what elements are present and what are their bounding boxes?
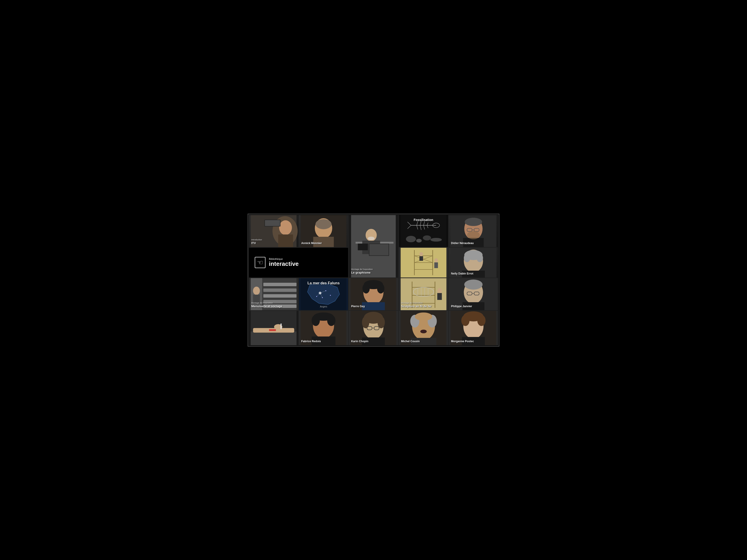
svg-point-141 bbox=[461, 315, 469, 326]
cell-bottom-left[interactable] bbox=[249, 311, 298, 345]
bibliotheque-header: ☜ Bibliothèque interactive bbox=[255, 257, 299, 268]
svg-rect-100 bbox=[437, 293, 442, 300]
svg-point-61 bbox=[476, 254, 483, 262]
mer-faluns-label: La mer des Faluns bbox=[299, 281, 348, 286]
morganne-label: Morganne Postec bbox=[451, 340, 474, 343]
angers-label: Angers bbox=[320, 305, 327, 308]
svg-point-18 bbox=[368, 237, 375, 240]
svg-rect-114 bbox=[269, 329, 276, 331]
annick-label: Annick Monnier bbox=[301, 242, 322, 245]
svg-rect-65 bbox=[263, 289, 297, 292]
svg-point-69 bbox=[253, 287, 260, 295]
svg-point-60 bbox=[464, 254, 470, 262]
cell-workshop[interactable]: Montage de l'exposition Le graphisme bbox=[349, 215, 398, 277]
svg-point-35 bbox=[430, 238, 442, 242]
svg-point-119 bbox=[312, 315, 320, 326]
cell-sculpture-fil[interactable]: Montage de l'exposition Sculpture en fil… bbox=[399, 278, 448, 310]
bibliotheque-content: ☜ Bibliothèque interactive bbox=[249, 248, 348, 277]
karin-label: Karin Chopin bbox=[351, 340, 368, 343]
svg-rect-53 bbox=[419, 256, 423, 261]
svg-point-99 bbox=[437, 288, 442, 293]
svg-rect-3 bbox=[278, 235, 293, 247]
cell-mer-faluns[interactable]: La mer des Faluns Angers bbox=[299, 278, 348, 310]
cell-didier[interactable]: Didier Néraudeau bbox=[449, 215, 498, 247]
svg-point-32 bbox=[406, 236, 416, 242]
svg-point-86 bbox=[362, 284, 370, 293]
svg-point-42 bbox=[467, 231, 480, 239]
cell-annick[interactable]: Annick Monnier bbox=[299, 215, 348, 247]
svg-point-87 bbox=[377, 284, 385, 293]
philippe-label: Philippe Janvier bbox=[451, 305, 472, 309]
cell-michel[interactable]: Michel Cousin bbox=[399, 311, 448, 345]
svg-point-54 bbox=[434, 258, 438, 262]
svg-rect-110 bbox=[251, 331, 297, 345]
svg-rect-84 bbox=[362, 302, 385, 310]
pierre-label: Pierre Gay bbox=[351, 305, 365, 309]
svg-rect-5 bbox=[265, 220, 280, 226]
fossils-label: Fossilisation bbox=[399, 218, 448, 222]
svg-point-75 bbox=[330, 295, 331, 296]
cell-fabrice[interactable]: Fabrice Redois bbox=[299, 311, 348, 345]
svg-point-135 bbox=[415, 313, 432, 321]
svg-point-43 bbox=[465, 218, 482, 226]
fabrice-label: Fabrice Redois bbox=[301, 340, 321, 343]
svg-rect-55 bbox=[434, 262, 438, 268]
svg-rect-66 bbox=[263, 294, 297, 298]
svg-point-142 bbox=[477, 315, 485, 326]
svg-point-108 bbox=[473, 297, 480, 301]
cell-fossils[interactable]: Fossilisation bbox=[399, 215, 448, 247]
svg-point-33 bbox=[416, 239, 421, 242]
cell-karin[interactable]: Karin Chopin bbox=[349, 311, 398, 345]
menuiserie-label: Montage de l'exposition Menuiserie et so… bbox=[251, 302, 282, 309]
svg-rect-113 bbox=[281, 323, 282, 329]
svg-point-2 bbox=[279, 220, 292, 235]
workshop-label: Montage de l'exposition Le graphisme bbox=[351, 268, 372, 275]
svg-rect-64 bbox=[263, 283, 297, 286]
svg-point-9 bbox=[316, 219, 332, 229]
svg-rect-16 bbox=[369, 244, 389, 255]
cell-sculpture-montage[interactable] bbox=[399, 248, 448, 277]
cell-intro[interactable]: Introduction ITV bbox=[249, 215, 298, 247]
svg-point-136 bbox=[420, 330, 427, 333]
bibliotheque-text: Bibliothèque interactive bbox=[269, 258, 299, 267]
svg-point-129 bbox=[378, 316, 385, 328]
cell-morganne[interactable]: Morganne Postec bbox=[449, 311, 498, 345]
cell-nelly[interactable]: Nelly Dabin Errot bbox=[449, 248, 498, 277]
didier-label: Didier Néraudeau bbox=[451, 242, 474, 245]
michel-label: Michel Cousin bbox=[401, 340, 420, 343]
content-grid: Introduction ITV Annick Monnier bbox=[249, 215, 498, 345]
hand-icon: ☜ bbox=[255, 257, 265, 268]
cell-menuiserie[interactable]: Montage de l'exposition Menuiserie et so… bbox=[249, 278, 298, 310]
cell-pierre[interactable]: Pierre Gay bbox=[349, 278, 398, 310]
svg-point-52 bbox=[419, 252, 423, 256]
bibliotheque-small-title: Bibliothèque bbox=[269, 258, 299, 260]
svg-point-107 bbox=[464, 279, 483, 290]
bibliotheque-main-title: interactive bbox=[269, 260, 299, 267]
svg-point-120 bbox=[327, 315, 336, 326]
svg-rect-17 bbox=[358, 243, 368, 250]
sculpture-fil-label: Montage de l'exposition Sculpture en fil… bbox=[401, 302, 432, 309]
screen: Introduction ITV Annick Monnier bbox=[248, 214, 499, 347]
nelly-label: Nelly Dabin Errot bbox=[451, 272, 473, 276]
cell-philippe[interactable]: Philippe Janvier bbox=[449, 278, 498, 310]
cell-bibliotheque[interactable]: ☜ Bibliothèque interactive bbox=[249, 248, 348, 277]
svg-point-34 bbox=[423, 235, 431, 240]
svg-point-128 bbox=[362, 316, 369, 328]
intro-label: Introduction ITV bbox=[251, 239, 262, 245]
